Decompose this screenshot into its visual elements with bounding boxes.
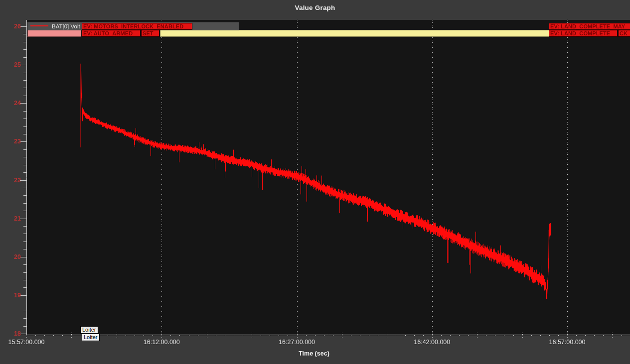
pre-arm-mode-band (27, 30, 81, 37)
event-marker: EV: MOTORS_INTERLOCK_ENABLED (82, 23, 192, 30)
y-tick-label: 20 (0, 253, 21, 260)
x-tick-label: 15:57:00.000 (8, 339, 45, 346)
plot-area[interactable] (0, 0, 630, 364)
x-tick-label: 16:12:00.000 (144, 339, 180, 346)
mode-label: Loiter (80, 326, 98, 334)
event-marker: EV: LAND_COMPLETE (549, 30, 618, 37)
x-axis-title: Time (sec) (299, 350, 329, 357)
loiter-mode-band (160, 30, 550, 37)
legend-series-label: BAT[0] Volt (52, 23, 80, 29)
event-marker: CK_L (618, 30, 630, 37)
y-tick-label: 22 (0, 177, 21, 184)
y-tick-label: 18 (0, 330, 21, 337)
y-tick-label: 23 (0, 138, 21, 145)
x-tick-label: 16:57:00.000 (549, 339, 586, 346)
x-tick-label: 16:42:00.000 (414, 339, 450, 346)
event-marker: EV: AUTO_ARMED (82, 30, 141, 37)
event-marker: SET (141, 30, 159, 37)
mode-label: Loiter (82, 334, 100, 341)
series-color-line-icon (30, 25, 48, 26)
x-tick-label: 16:27:00.000 (279, 339, 315, 346)
y-tick-label: 24 (0, 100, 21, 107)
window-title: Value Graph (0, 4, 630, 11)
y-tick-label: 25 (0, 61, 21, 68)
value-graph-window: { "window": { "title": "Value Graph" }, … (0, 0, 630, 364)
y-tick-label: 19 (0, 292, 21, 299)
y-tick-label: 21 (0, 215, 21, 222)
y-tick-label: 26 (0, 23, 21, 30)
event-marker: EV: LAND_COMPLETE_MAY (549, 23, 630, 30)
